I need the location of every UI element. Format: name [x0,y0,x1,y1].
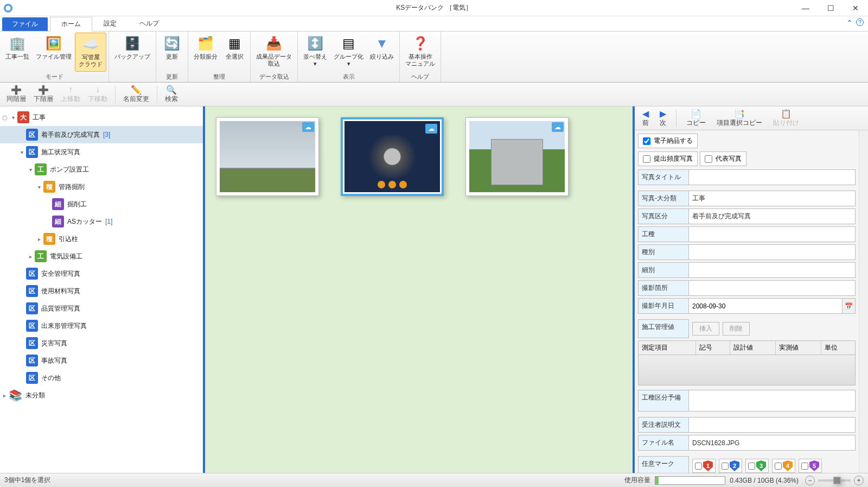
mark-3[interactable]: 3 [745,459,769,473]
window-title: KSデータバンク ［電気］ [396,3,471,12]
prev-button[interactable]: ◀前 [638,107,653,129]
classify-button[interactable]: 🗂️分類振分 [190,33,221,72]
thumbnail-pane[interactable]: ☁ ☁ ☁ [205,106,635,473]
tree-node-hinshitsu[interactable]: 区品質管理写真 [0,300,203,317]
maximize-button[interactable]: ☐ [818,0,843,16]
cloud-button[interactable]: ☁️写管屋 クラウド [75,33,106,72]
cloud-icon: ☁ [302,122,314,132]
tree-node-dekigata[interactable]: 区出来形管理写真 [0,317,203,334]
settings-tab[interactable]: 設定 [92,16,128,31]
paste-button: 📋貼り付け [769,107,803,129]
selectall-button[interactable]: ▦全選択 [221,33,248,72]
tree-node-sekou[interactable]: ▾区施工状況写真 [0,143,203,161]
ribbon-up-icon[interactable]: ⌃ [846,18,853,27]
rep-checkbox[interactable]: 代表写真 [700,152,746,166]
insert-button[interactable]: 挿入 [692,322,719,336]
photo-thumb-3[interactable]: ☁ [465,117,569,196]
usage-label: 使用容量 [624,476,650,485]
file-manage-button[interactable]: 🖼️ファイル管理 [33,33,75,72]
tree-node-jiko[interactable]: 区事故写真 [0,352,203,369]
update-button[interactable]: 🔄更新 [158,33,186,72]
mark-5[interactable]: 5 [799,459,822,473]
item-copy-button[interactable]: 📑項目選択コピー [712,107,767,129]
zoom-slider[interactable] [818,479,851,482]
delete-button[interactable]: 削除 [723,322,750,336]
zoom-out-button[interactable]: − [805,476,815,485]
tree-node-anzen[interactable]: 区安全管理写真 [0,265,203,282]
tree-root[interactable]: ▢▾大工事 [0,109,203,126]
mode-group-label: モード [2,72,106,82]
tree-node-pump[interactable]: ▾工ポンプ設置工 [0,161,203,178]
kubun-value[interactable]: 着手前及び完成写真 [689,208,856,224]
tree-node-sonota[interactable]: 区その他 [0,369,203,387]
mgmt-label: 施工管理値 [638,319,689,338]
same-level-button[interactable]: ➕同階層 [3,84,29,105]
tree-node-kanro[interactable]: ▾種管路掘削 [0,178,203,195]
filter-button[interactable]: ▼絞り込み [367,33,397,72]
setsumei-value[interactable] [689,417,856,433]
main-area: ▢▾大工事 区着手前及び完成写真[3] ▾区施工状況写真 ▾工ポンプ設置工 ▾種… [0,106,868,473]
move-down-button: ↓下移動 [85,84,111,105]
properties-toolbar: ◀前 ▶次 📄コピー 📑項目選択コピー 📋貼り付け [635,106,868,130]
next-button[interactable]: ▶次 [655,107,671,129]
copy-button[interactable]: 📄コピー [682,107,710,129]
ribbon-help-icon[interactable]: ? [856,18,864,26]
e-deliver-checkbox[interactable]: 電子納品する [639,134,697,148]
tree-node-saigai[interactable]: 区災害写真 [0,334,203,352]
tree-node-ascutter[interactable]: 細ASカッター[1] [0,213,203,230]
mark-2[interactable]: 2 [719,459,742,473]
yobi-value[interactable] [689,390,856,412]
measure-body[interactable] [638,355,856,385]
selection-status: 3個中1個を選択 [4,476,50,485]
koushu-value[interactable] [689,226,856,242]
arrange-button[interactable]: ↕️並べ替え ▾ [300,33,330,72]
zoom-in-button[interactable]: + [854,476,864,485]
date-input[interactable] [692,302,839,310]
tree-node-hikikomi[interactable]: ▸種引込柱 [0,230,203,248]
search-button[interactable]: 🔍検索 [162,84,181,105]
photo-thumb-2[interactable]: ☁ [341,117,444,196]
rename-button[interactable]: ✏️名前変更 [120,84,152,105]
scrollbar[interactable] [859,130,868,473]
app-icon [3,3,13,13]
lower-level-button[interactable]: ➕下階層 [30,84,56,105]
photo-title-label: 写真タイトル [638,169,689,185]
saibetsu-value[interactable] [689,262,856,278]
cloud-icon: ☁ [425,124,437,134]
daibun-value[interactable]: 工事 [689,191,856,206]
mark-1[interactable]: 1 [692,459,716,473]
measure-header: 測定項目記号設計値実測値単位 [638,340,856,355]
import-button[interactable]: 📥成果品データ 取込 [253,33,295,72]
help-tab[interactable]: ヘルプ [128,16,170,31]
tree-node-denki[interactable]: ▸工電気設備工 [0,248,203,265]
statusbar: 3個中1個を選択 使用容量 0.43GB / 10GB (4.36%) − + [0,473,868,487]
minimize-button[interactable]: ― [793,0,818,16]
zoom-control: − + [805,476,864,485]
tree-node-shiyou[interactable]: 区使用材料写真 [0,282,203,300]
file-tab[interactable]: ファイル [2,17,48,31]
freq-checkbox[interactable]: 提出頻度写真 [639,152,697,166]
home-tab[interactable]: ホーム [50,17,92,31]
calendar-icon[interactable]: 📅 [843,298,856,314]
move-up-button: ↑上移動 [58,84,84,105]
manual-button[interactable]: ❓基本操作 マニュアル [402,33,438,72]
tree-toolbar: ➕同階層 ➕下階層 ↑上移動 ↓下移動 ✏️名前変更 🔍検索 [0,83,868,106]
date-label: 撮影年月日 [638,298,689,314]
mark-4[interactable]: 4 [772,459,795,473]
import-group-label: データ取込 [253,72,295,82]
tree-node-uncategorized[interactable]: ▸📚未分類 [0,387,203,404]
display-group-label: 表示 [300,72,397,82]
backup-button[interactable]: 🗄️バックアップ [111,33,154,73]
photo-title-input[interactable] [692,174,852,181]
shubetsu-value[interactable] [689,244,856,260]
help-group-label: ヘルプ [402,72,438,82]
photo-thumb-1[interactable]: ☁ [216,117,319,196]
project-list-button[interactable]: 🏢工事一覧 [2,33,33,72]
tree-node-chakushu[interactable]: 区着手前及び完成写真[3] [0,126,203,143]
close-button[interactable]: ✕ [843,0,868,16]
tree-pane: ▢▾大工事 区着手前及び完成写真[3] ▾区施工状況写真 ▾工ポンプ設置工 ▾種… [0,106,205,473]
groupby-button[interactable]: ▤グループ化 ▾ [330,33,367,72]
tree-node-kussaku[interactable]: 細掘削工 [0,195,203,213]
basho-value[interactable] [689,280,856,296]
fname-label: ファイル名 [638,435,689,451]
